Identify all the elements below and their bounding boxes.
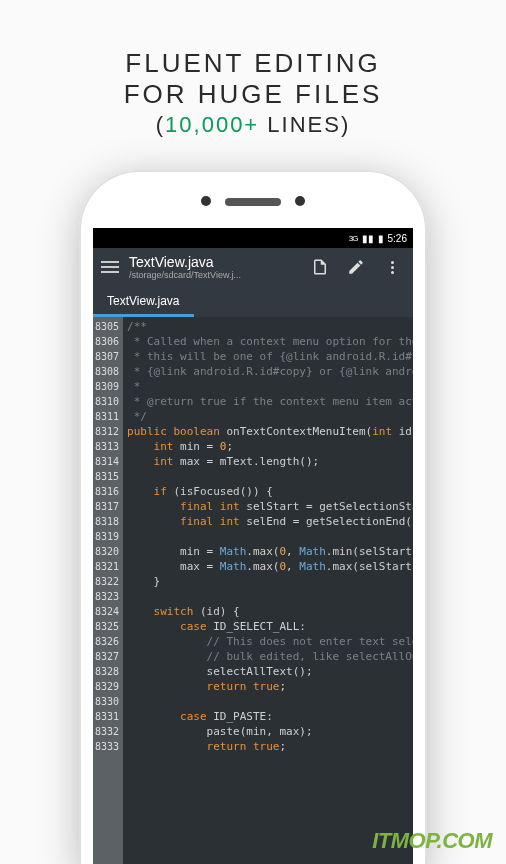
line-number: 8319 (95, 529, 119, 544)
line-number: 8329 (95, 679, 119, 694)
line-number: 8309 (95, 379, 119, 394)
signal-icon: ▮▮ (362, 233, 374, 244)
line-number: 8316 (95, 484, 119, 499)
watermark: ITMOP.COM (372, 828, 492, 854)
network-3g: 3G (349, 234, 358, 243)
phone-sensor (295, 196, 305, 206)
battery-icon: ▮ (378, 233, 384, 244)
line-number: 8327 (95, 649, 119, 664)
line-number: 8307 (95, 349, 119, 364)
code-line: case ID_PASTE: (127, 709, 413, 724)
code-line: } (127, 574, 413, 589)
line-number: 8315 (95, 469, 119, 484)
code-line: // This does not enter text selection mo… (127, 634, 413, 649)
file-icon[interactable] (307, 254, 333, 280)
code-line: max = Math.max(0, Math.max(selStart, sel… (127, 559, 413, 574)
line-number: 8321 (95, 559, 119, 574)
file-title: TextView.java (129, 254, 297, 270)
line-number: 8312 (95, 424, 119, 439)
code-line: selectAllText(); (127, 664, 413, 679)
phone-screen: 3G ▮▮ ▮ 5:26 TextView.java /storage/sdca… (93, 228, 413, 864)
code-line (127, 589, 413, 604)
code-line: * (127, 379, 413, 394)
line-number: 8322 (95, 574, 119, 589)
line-number: 8323 (95, 589, 119, 604)
code-line (127, 529, 413, 544)
clock: 5:26 (388, 233, 407, 244)
code-line: if (isFocused()) { (127, 484, 413, 499)
line-number: 8314 (95, 454, 119, 469)
promo-line1: FLUENT EDITING (20, 48, 486, 79)
line-number: 8332 (95, 724, 119, 739)
code-line: min = Math.max(0, Math.min(selStart, sel… (127, 544, 413, 559)
overflow-menu[interactable] (379, 254, 405, 280)
status-bar: 3G ▮▮ ▮ 5:26 (93, 228, 413, 248)
code-line: int min = 0; (127, 439, 413, 454)
code-line: paste(min, max); (127, 724, 413, 739)
promo-header: FLUENT EDITING FOR HUGE FILES (10,000+ L… (0, 0, 506, 148)
code-line: case ID_SELECT_ALL: (127, 619, 413, 634)
line-number: 8325 (95, 619, 119, 634)
code-line: final int selEnd = getSelectionEnd(); (127, 514, 413, 529)
promo-subline: (10,000+ LINES) (20, 112, 486, 138)
code-editor[interactable]: 8305830683078308830983108311831283138314… (93, 317, 413, 864)
line-gutter: 8305830683078308830983108311831283138314… (93, 317, 123, 864)
line-number: 8306 (95, 334, 119, 349)
code-line: final int selStart = getSelectionStart()… (127, 499, 413, 514)
line-number: 8326 (95, 634, 119, 649)
file-titles: TextView.java /storage/sdcard/TextView.j… (129, 254, 297, 280)
line-number: 8328 (95, 664, 119, 679)
line-number: 8313 (95, 439, 119, 454)
line-number: 8318 (95, 514, 119, 529)
code-line: * Called when a context menu option for … (127, 334, 413, 349)
app-bar: TextView.java /storage/sdcard/TextView.j… (93, 248, 413, 286)
code-line: /** (127, 319, 413, 334)
code-line: * {@link android.R.id#copy} or {@link an… (127, 364, 413, 379)
edit-icon[interactable] (343, 254, 369, 280)
line-number: 8331 (95, 709, 119, 724)
phone-camera (201, 196, 211, 206)
line-number: 8308 (95, 364, 119, 379)
code-line: return true; (127, 679, 413, 694)
code-line (127, 469, 413, 484)
file-path: /storage/sdcard/TextView.j... (129, 270, 297, 280)
tab-textview[interactable]: TextView.java (93, 286, 194, 317)
code-line: // bulk edited, like selectAllOnFocus do… (127, 649, 413, 664)
phone-frame: 3G ▮▮ ▮ 5:26 TextView.java /storage/sdca… (79, 170, 427, 864)
code-line: * @return true if the context menu item … (127, 394, 413, 409)
code-line: * this will be one of {@link android.R.i… (127, 349, 413, 364)
line-number: 8305 (95, 319, 119, 334)
code-line (127, 694, 413, 709)
code-line: */ (127, 409, 413, 424)
code-line: public boolean onTextContextMenuItem(int… (127, 424, 413, 439)
line-number: 8324 (95, 604, 119, 619)
code-line: return true; (127, 739, 413, 754)
line-number: 8333 (95, 739, 119, 754)
line-number: 8310 (95, 394, 119, 409)
promo-line2: FOR HUGE FILES (20, 79, 486, 110)
phone-speaker (225, 198, 281, 206)
code-line: int max = mText.length(); (127, 454, 413, 469)
menu-button[interactable] (101, 261, 119, 273)
tab-bar: TextView.java (93, 286, 413, 317)
line-number: 8320 (95, 544, 119, 559)
code-area[interactable]: /** * Called when a context menu option … (123, 317, 413, 864)
line-number: 8317 (95, 499, 119, 514)
code-line: switch (id) { (127, 604, 413, 619)
line-number: 8311 (95, 409, 119, 424)
line-number: 8330 (95, 694, 119, 709)
